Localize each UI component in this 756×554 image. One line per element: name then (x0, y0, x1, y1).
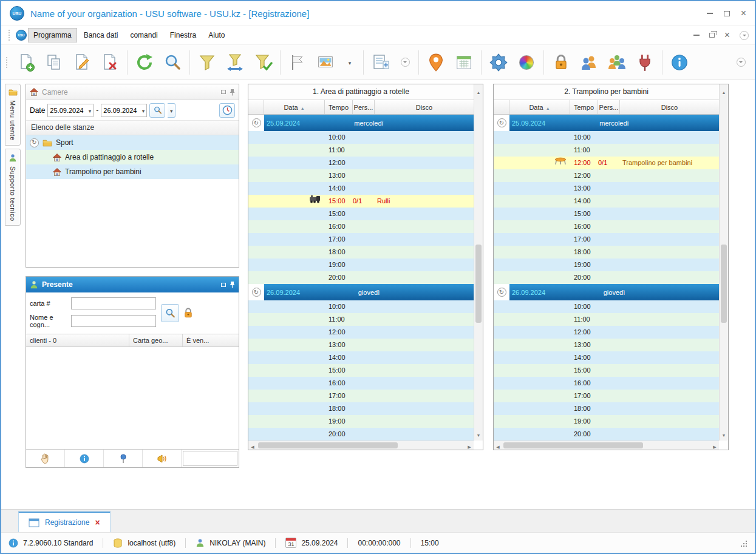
time-slot-row[interactable]: 12:00 (494, 169, 719, 182)
time-slot-row[interactable]: 17:00 (248, 390, 474, 402)
time-slot-row[interactable]: 11:00 (248, 313, 474, 326)
time-slot-row[interactable]: 12:00 (494, 326, 719, 339)
scrollbar-thumb[interactable] (258, 442, 398, 448)
current-date-label[interactable]: 25.09.2024 (301, 539, 338, 547)
time-slot-row[interactable]: 18:00 (248, 402, 474, 415)
calendar-button[interactable] (450, 48, 478, 77)
time-slot-row[interactable]: 10:00 (248, 131, 474, 144)
host-label[interactable]: localhost (utf8) (128, 539, 175, 547)
lock-icon[interactable] (183, 307, 194, 319)
time-slot-row[interactable]: 15:00 (248, 208, 474, 220)
filter-check-button[interactable] (249, 48, 277, 77)
connection-button[interactable] (631, 48, 659, 77)
time-slot-row[interactable]: 12:000/1Trampolino per bambini (494, 157, 719, 169)
collapse-day-icon[interactable] (252, 288, 261, 297)
time-slot-row[interactable]: 19:00 (494, 415, 719, 428)
report-dropdown-button[interactable] (339, 48, 360, 77)
time-slot-row[interactable]: 16:00 (494, 377, 719, 390)
horizontal-scrollbar[interactable] (248, 441, 474, 450)
scroll-left-icon[interactable] (248, 441, 257, 450)
column-header-tempo[interactable]: Tempo (325, 100, 353, 114)
time-slot-row[interactable]: 10:00 (248, 300, 474, 313)
menu-finestra[interactable]: Finestra (165, 28, 202, 42)
calendar-icon[interactable]: 31 (285, 538, 296, 548)
time-slot-row[interactable]: 18:00 (494, 402, 719, 415)
pin-icon[interactable] (230, 89, 235, 96)
user-label[interactable]: NIKOLAY (MAIN) (209, 539, 265, 547)
scroll-right-icon[interactable] (465, 441, 474, 450)
column-header-tempo[interactable]: Tempo (570, 100, 598, 114)
colors-button[interactable] (513, 48, 540, 77)
time-slot-row[interactable]: 10:00 (494, 131, 719, 144)
sidebar-tab-supporto-tecnico[interactable]: Supporto tecnico (5, 149, 21, 226)
time-slot-row[interactable]: 10:00 (494, 300, 719, 313)
pin-button[interactable] (104, 450, 143, 467)
menu-aiuto[interactable]: Aiuto (203, 28, 230, 42)
resize-grip[interactable] (739, 539, 747, 547)
info-small-button[interactable] (65, 450, 104, 467)
client-search-button[interactable] (161, 304, 179, 322)
time-slot-row[interactable]: 20:00 (494, 428, 719, 441)
clock-button[interactable] (219, 103, 235, 118)
time-slot-row[interactable]: 14:00 (494, 351, 719, 364)
time-slot-row[interactable]: 14:00 (248, 351, 474, 364)
mdi-close-icon[interactable] (724, 30, 730, 41)
time-slot-row[interactable]: 20:00 (248, 271, 474, 284)
time-slot-row[interactable]: 20:00 (248, 428, 474, 441)
time-slot-row[interactable]: 17:00 (494, 390, 719, 402)
time-slot-row[interactable]: 14:00 (494, 195, 719, 208)
flag-button[interactable] (284, 48, 312, 77)
tab-registrazione[interactable]: Registrazione (18, 512, 111, 532)
announce-button[interactable] (143, 450, 182, 467)
tab-close-icon[interactable] (95, 518, 100, 527)
time-slot-row[interactable]: 12:00 (248, 157, 474, 169)
collapse-day-icon[interactable] (497, 118, 506, 127)
day-header-row[interactable]: 26.09.2024giovedì (494, 284, 719, 300)
map-button[interactable] (422, 48, 450, 77)
time-slot-row[interactable]: 19:00 (248, 415, 474, 428)
time-slot-row[interactable]: 17:00 (248, 233, 474, 246)
column-header-disco[interactable]: Disco (620, 100, 719, 114)
time-slot-row[interactable]: 13:00 (494, 182, 719, 195)
column-header-venduto[interactable]: È ven... (183, 334, 239, 346)
time-slot-row[interactable]: 13:00 (494, 339, 719, 351)
time-slot-row[interactable]: 16:00 (248, 377, 474, 390)
sidebar-tab-menu-utente[interactable]: Menu utente (5, 84, 21, 146)
scroll-down-icon[interactable] (474, 428, 483, 439)
column-header-pers[interactable]: Pers... (353, 100, 375, 114)
settings-button[interactable] (485, 48, 513, 77)
vertical-scrollbar[interactable] (719, 84, 728, 441)
collapse-day-icon[interactable] (497, 288, 506, 297)
close-icon[interactable] (741, 8, 746, 19)
edit-record-button[interactable] (68, 48, 96, 77)
time-slot-row[interactable]: 11:00 (494, 144, 719, 157)
scroll-up-icon[interactable] (474, 86, 483, 96)
time-slot-row[interactable]: 19:00 (494, 258, 719, 271)
hand-button[interactable] (26, 450, 65, 467)
tree-node-area-pattinaggio[interactable]: Area di pattinaggio a rotelle (26, 150, 239, 164)
pin-icon[interactable] (230, 281, 235, 288)
client-name-input[interactable] (71, 315, 156, 327)
column-header-data[interactable]: Data (264, 100, 325, 114)
groups-button[interactable] (603, 48, 631, 77)
card-number-input[interactable] (71, 297, 156, 309)
scrollbar-thumb[interactable] (503, 442, 643, 448)
column-header-clienti[interactable]: clienti - 0 (26, 334, 129, 346)
time-slot-row[interactable]: 17:00 (494, 233, 719, 246)
day-header-row[interactable]: 25.09.2024mercoledì (248, 115, 474, 131)
mdi-restore-icon[interactable] (709, 33, 715, 38)
time-slot-row[interactable]: 15:00 (494, 364, 719, 377)
presente-toolbar-field[interactable] (183, 451, 237, 466)
lock-button[interactable] (547, 48, 575, 77)
refresh-button[interactable] (131, 48, 158, 77)
day-header-row[interactable]: 26.09.2024giovedì (248, 284, 474, 300)
filter-button[interactable] (193, 48, 221, 77)
search-button[interactable] (158, 48, 186, 77)
date-to-select[interactable]: 26.09.2024 (101, 104, 147, 117)
time-slot-row[interactable]: 18:00 (248, 246, 474, 258)
search-options-button[interactable] (168, 103, 175, 118)
info-button[interactable] (666, 48, 693, 77)
menu-banca-dati[interactable]: Banca dati (78, 28, 124, 42)
tree-node-sport[interactable]: Sport (26, 135, 239, 150)
add-record-button[interactable] (12, 48, 40, 77)
